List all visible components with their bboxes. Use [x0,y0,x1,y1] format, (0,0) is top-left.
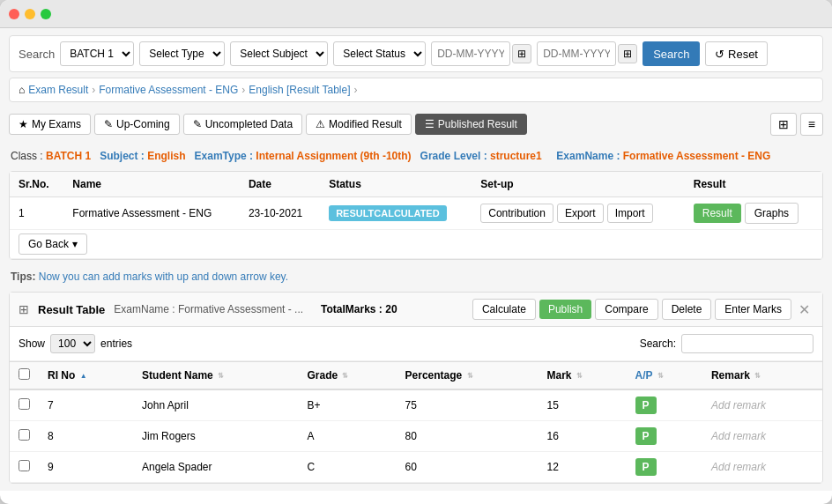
close-button[interactable] [9,9,19,19]
table-row: 8 Jim Rogers A 80 16 P Add remark [10,421,822,452]
examtype-value: Internal Assignment (9th -10th) [256,150,411,162]
result-panel-header: ⊞ Result Table ExamName : Formative Asse… [10,293,822,327]
subject-select[interactable]: Select Subject [230,41,328,66]
ap-badge[interactable]: P [635,427,657,445]
row-checkbox[interactable] [19,429,30,441]
grade-value: structure1 [490,150,542,162]
export-button[interactable]: Export [557,204,604,223]
cell-remark: Add remark [702,389,822,421]
ap-badge[interactable]: P [635,458,657,476]
date-to-input[interactable] [537,41,616,66]
calendar-to-icon[interactable]: ⊞ [618,44,637,63]
enter-marks-button[interactable]: Enter Marks [715,299,791,320]
panel-total: TotalMarks : 20 [321,303,397,315]
date-from-group: ⊞ [431,41,531,66]
examname-value: Formative Assessment - ENG [623,150,771,162]
table-search-input[interactable] [681,334,813,353]
panel-close-button[interactable]: ✕ [795,301,813,318]
import-button[interactable]: Import [607,204,653,223]
tab-up-coming-label: Up-Coming [116,118,170,130]
go-back-label: Go Back [28,238,69,250]
ap-badge[interactable]: P [635,397,657,414]
cell-mark: 15 [538,389,626,421]
breadcrumb: ⌂ Exam Result › Formative Assessment - E… [9,78,823,102]
th-result: Result [685,172,822,197]
cell-percentage: 60 [397,452,539,483]
tab-up-coming[interactable]: ✎ Up-Coming [94,114,180,135]
go-back-button[interactable]: Go Back ▾ [19,233,87,255]
breadcrumb-item-formative[interactable]: Formative Assessment - ENG [99,84,238,96]
cell-student-name: Jim Rogers [133,421,298,452]
status-badge: RESULTCALCULATED [329,205,447,221]
contribution-button[interactable]: Contribution [480,204,553,223]
reset-button[interactable]: ↺ Reset [705,41,768,66]
search-label: Search [19,48,55,61]
row-checkbox[interactable] [19,460,30,471]
table-row: 1 Formative Assessment - ENG 23-10-2021 … [10,197,822,230]
panel-title: Result Table [38,303,105,316]
cell-mark: 16 [538,421,626,452]
grid-view-button[interactable]: ⊞ [770,113,797,136]
graphs-button[interactable]: Graphs [745,203,799,224]
tab-uncompleted-label: Uncompleted Data [205,118,293,130]
th-remark[interactable]: Remark ⇅ [702,362,822,390]
cell-srno: 1 [10,197,63,230]
th-student-name[interactable]: Student Name ⇅ [133,362,298,390]
subject-value: English [147,150,185,162]
cell-name: Formative Assessment - ENG [63,197,240,230]
tab-my-exams[interactable]: ★ My Exams [9,114,91,135]
date-from-input[interactable] [431,41,510,66]
tab-bar: ★ My Exams ✎ Up-Coming ✎ Uncompleted Dat… [9,107,823,141]
cell-ri-no: 8 [39,421,133,452]
titlebar [0,0,832,28]
compare-button[interactable]: Compare [595,299,657,320]
select-all-checkbox[interactable] [19,368,30,380]
delete-button[interactable]: Delete [662,299,712,320]
remark-text: Add remark [711,461,766,473]
status-select[interactable]: Select Status [333,41,426,66]
row-checkbox[interactable] [19,398,30,410]
cell-ap: P [627,389,702,421]
th-mark[interactable]: Mark ⇅ [538,362,626,390]
breadcrumb-item-exam-result[interactable]: Exam Result [28,84,88,96]
cell-ri-no: 7 [39,389,133,421]
calendar-from-icon[interactable]: ⊞ [512,44,531,63]
cell-student-name: Angela Spader [133,452,298,483]
th-ap[interactable]: A/P ⇅ [627,362,702,390]
type-select[interactable]: Select Type [139,41,225,66]
class-info: Class : BATCH 1 Subject : English ExamTy… [9,146,823,166]
entries-label: entries [100,337,132,350]
th-percentage[interactable]: Percentage ⇅ [397,362,539,390]
maximize-button[interactable] [41,9,51,19]
cell-grade: C [298,452,396,483]
view-icon-group: ⊞ ≡ [770,113,823,136]
minimize-button[interactable] [25,9,35,19]
tips-label: Tips: [11,271,39,283]
list-view-button[interactable]: ≡ [800,113,823,136]
tips-section: Tips: Now you can add marks with up and … [9,267,823,286]
date-to-group: ⊞ [537,41,637,66]
calculate-button[interactable]: Calculate [472,299,536,320]
batch-select[interactable]: BATCH 1 [60,41,134,66]
cell-result: Result Graphs [685,197,822,230]
tab-uncompleted[interactable]: ✎ Uncompleted Data [183,114,302,135]
tab-published[interactable]: ☰ Published Result [415,114,527,135]
chevron-down-icon: ▾ [72,238,78,250]
app-window: Search BATCH 1 Select Type Select Subjec… [0,0,832,504]
table-row: 7 John April B+ 75 15 P Add remark [10,389,822,421]
search-button[interactable]: Search [643,41,700,66]
publish-button[interactable]: Publish [539,300,591,319]
th-ri-no[interactable]: RI No ▲ [39,362,133,390]
result-button[interactable]: Result [694,204,741,223]
exam-table-header-row: Sr.No. Name Date Status Set-up Result [10,172,822,197]
breadcrumb-item-result-table[interactable]: English [Result Table] [249,84,350,96]
th-name: Name [63,172,240,197]
show-label: Show [19,337,45,350]
cell-ap: P [627,421,702,452]
cell-ri-no: 9 [39,452,133,483]
cell-percentage: 80 [397,421,539,452]
cell-ap: P [627,452,702,483]
tab-modified[interactable]: ⚠ Modified Result [306,114,412,135]
th-grade[interactable]: Grade ⇅ [298,362,396,390]
entries-select[interactable]: 10 25 50 100 [50,334,95,353]
